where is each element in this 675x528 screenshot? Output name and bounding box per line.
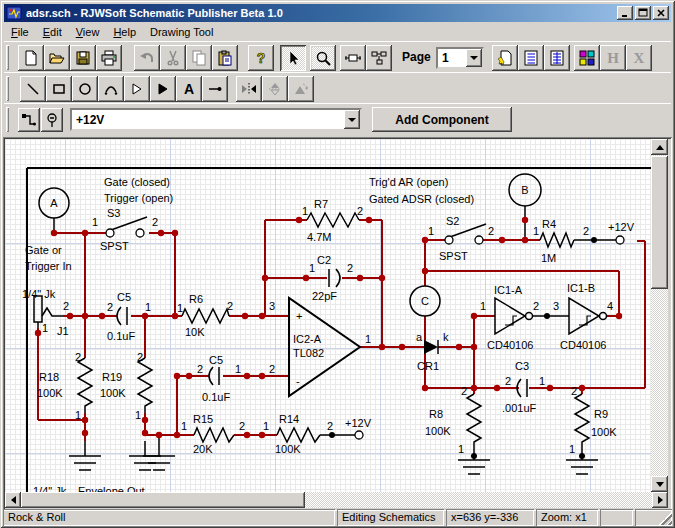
list-icon [523, 50, 539, 66]
schematic-label: 0.1uF [107, 330, 135, 342]
wire-tool-button[interactable] [202, 76, 228, 102]
schematic-label: +12V [608, 221, 635, 233]
schematic-label: 1 [458, 443, 464, 455]
paste-icon [217, 50, 233, 66]
title-bar[interactable]: adsr.sch - RJWSoft Schematic Publisher B… [4, 4, 671, 22]
menu-view[interactable]: View [69, 24, 107, 40]
x-icon: X [631, 50, 647, 66]
schematic-label: 100K [425, 425, 451, 437]
horizontal-scroll-thumb[interactable] [21, 492, 305, 508]
schematic-label: 3 [553, 300, 559, 312]
toolbar-handle[interactable] [6, 107, 9, 132]
flip-horizontal-button[interactable] [236, 76, 262, 102]
toolbar-handle[interactable] [6, 76, 9, 101]
line-tool-button[interactable] [20, 76, 46, 102]
netlist-button[interactable] [366, 45, 392, 71]
table-view-button[interactable] [544, 45, 570, 71]
arc-tool-button[interactable] [98, 76, 124, 102]
pin-mode-button[interactable] [41, 108, 63, 132]
netlist-icon [371, 50, 387, 66]
undo-button[interactable] [134, 45, 160, 71]
delete-button[interactable]: X [626, 45, 652, 71]
status-mode: Editing Schematics [337, 509, 444, 526]
component-selector[interactable]: +12V [70, 108, 362, 131]
copy-button[interactable] [186, 45, 212, 71]
schematic-label: 1 [533, 225, 539, 237]
schematic-label: R8 [429, 408, 443, 420]
table-icon [549, 50, 565, 66]
component-tool-button[interactable] [340, 45, 366, 71]
rectangle-tool-button[interactable] [46, 76, 72, 102]
schematic-label: B [521, 184, 528, 196]
polygon-tool-button[interactable] [124, 76, 150, 102]
menu-file[interactable]: File [4, 24, 36, 40]
vertical-scroll-thumb[interactable] [651, 156, 668, 289]
wire-icon [207, 81, 223, 97]
menu-help[interactable]: Help [106, 24, 143, 40]
arrow-down-icon [656, 482, 664, 487]
pointer-tool-button[interactable] [280, 45, 306, 71]
page-selector[interactable]: 1 [436, 47, 484, 69]
horizontal-scrollbar[interactable] [5, 492, 668, 508]
scroll-right-button[interactable] [652, 492, 668, 508]
schematic-label: + [296, 310, 302, 322]
colors-button[interactable] [574, 45, 600, 71]
paste-button[interactable] [212, 45, 238, 71]
rotate-button[interactable] [288, 76, 314, 102]
cut-button[interactable] [160, 45, 186, 71]
schematic-label: .001uF [502, 402, 537, 414]
scroll-up-button[interactable] [651, 139, 668, 155]
schematic-label: 4 [607, 300, 613, 312]
scroll-left-button[interactable] [5, 492, 21, 508]
schematic-label: 1 [92, 216, 98, 228]
schematic-label: Gated ADSR (closed) [369, 193, 474, 205]
menu-edit[interactable]: Edit [36, 24, 69, 40]
schematic-label: 20K [193, 443, 213, 455]
open-button[interactable] [44, 45, 70, 71]
zoom-tool-button[interactable] [310, 45, 336, 71]
component-icon [345, 50, 361, 66]
print-button[interactable] [96, 45, 122, 71]
page-dropdown-button[interactable] [466, 49, 482, 67]
schematic-label: R15 [193, 413, 213, 425]
schematic-label: 1 [480, 300, 486, 312]
new-page-button[interactable] [492, 45, 518, 71]
schematic-label: 1 [75, 409, 81, 421]
filled-polygon-tool-button[interactable] [150, 76, 176, 102]
schematic-canvas[interactable]: AGate (closed)Trigger (open)S312SPSTGate… [5, 139, 651, 492]
scroll-down-button[interactable] [651, 476, 668, 492]
highlight-button[interactable]: H [600, 45, 626, 71]
schematic-label: 2 [63, 300, 69, 312]
help-button[interactable]: ? [248, 45, 274, 71]
text-tool-button[interactable]: A [176, 76, 202, 102]
maximize-button[interactable] [635, 6, 651, 20]
wire-mode-button[interactable] [18, 108, 40, 132]
schematic-label: 10K [185, 326, 205, 338]
add-component-button[interactable]: Add Component [372, 107, 512, 132]
schematic-label: 2 [239, 420, 245, 432]
flip-vertical-button[interactable] [262, 76, 288, 102]
schematic-label: IC2-A [293, 333, 322, 345]
resize-grip[interactable] [659, 512, 672, 525]
circle-icon [77, 81, 93, 97]
new-document-icon [23, 50, 39, 66]
toolbar-handle[interactable] [6, 45, 9, 70]
schematic-label: CD40106 [487, 339, 533, 351]
undo-icon [139, 50, 155, 66]
component-dropdown-button[interactable] [344, 110, 360, 129]
schematic-label: 1 [135, 409, 141, 421]
vertical-scrollbar[interactable] [651, 139, 668, 492]
minimize-button[interactable] [617, 6, 633, 20]
new-button[interactable] [18, 45, 44, 71]
maximize-icon [638, 8, 648, 18]
canvas-frame: AGate (closed)Trigger (open)S312SPSTGate… [3, 137, 672, 511]
line-icon [25, 81, 41, 97]
schematic-label: IC1-B [567, 282, 595, 294]
components [34, 174, 616, 474]
menu-drawing-tool[interactable]: Drawing Tool [143, 24, 220, 40]
close-button[interactable] [653, 6, 669, 20]
save-button[interactable] [70, 45, 96, 71]
schematic-label: 1 [309, 262, 315, 274]
circle-tool-button[interactable] [72, 76, 98, 102]
list-view-button[interactable] [518, 45, 544, 71]
